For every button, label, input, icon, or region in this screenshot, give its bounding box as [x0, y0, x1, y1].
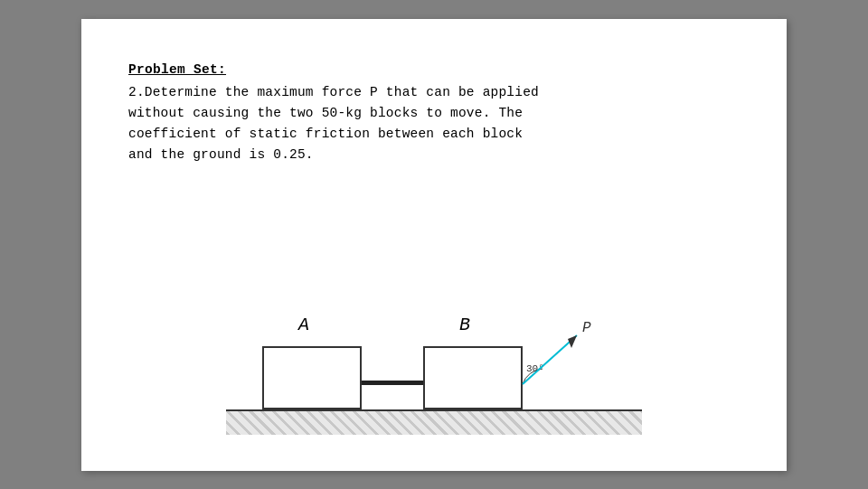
block-a-label: A: [298, 315, 309, 335]
diagram: A B 30° P: [226, 281, 642, 435]
svg-text:P: P: [582, 320, 591, 336]
diagram-container: A B 30° P: [128, 193, 740, 434]
connecting-rod: [362, 381, 425, 385]
ground: [226, 409, 642, 435]
block-b-label: B: [459, 315, 470, 335]
problem-text: 2.Determine the maximum force P that can…: [128, 82, 740, 166]
problem-line-2: without causing the two 50-kg blocks to …: [128, 106, 523, 120]
svg-marker-2: [568, 335, 577, 348]
svg-line-1: [523, 335, 577, 384]
problem-line-4: and the ground is 0.25.: [128, 147, 314, 162]
force-arrow-svg: 30° P: [506, 319, 606, 409]
page: Problem Set: 2.Determine the maximum for…: [81, 19, 787, 471]
problem-line-3: coefficient of static friction between e…: [128, 127, 523, 141]
block-a: [262, 346, 362, 409]
problem-title: Problem Set:: [128, 62, 740, 77]
problem-line-1: 2.Determine the maximum force P that can…: [128, 85, 539, 99]
